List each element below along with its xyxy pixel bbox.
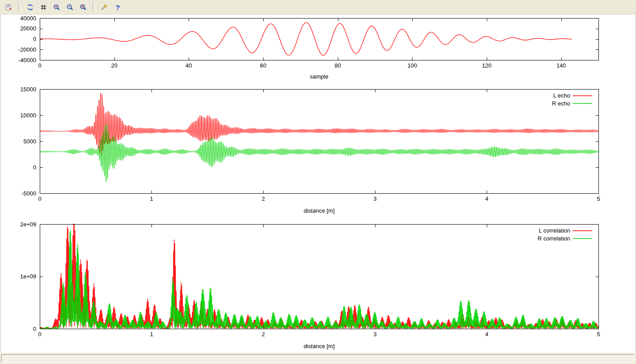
x-tick-label: 5 xyxy=(597,331,600,338)
grid-icon xyxy=(40,4,47,11)
toolbar-separator xyxy=(93,2,95,12)
y-tick-label: -40000 xyxy=(19,57,36,64)
y-tick-label: 2e+09 xyxy=(20,221,36,228)
refresh-icon xyxy=(26,4,34,11)
y-tick-label: 10000 xyxy=(20,112,36,119)
statusbar-text xyxy=(1,354,635,363)
chart-2: 012345-5000050001000015000distance [m]L … xyxy=(20,86,600,214)
grid-button[interactable] xyxy=(37,1,49,13)
gnuplot-window: ? 020406080100120140-40000-2000002000040… xyxy=(0,0,636,364)
chart-3-xlabel: distance [m] xyxy=(303,343,334,349)
x-tick-label: 60 xyxy=(260,62,266,69)
series-chirp-pulse xyxy=(40,23,572,55)
x-tick-label: 0 xyxy=(38,62,41,69)
export-button[interactable] xyxy=(3,1,15,13)
y-tick-label: -20000 xyxy=(19,46,36,53)
legend-label: R correlation xyxy=(538,235,570,242)
wrench-icon xyxy=(101,4,108,11)
x-tick-label: 3 xyxy=(373,195,376,202)
x-tick-label: 20 xyxy=(111,62,117,69)
x-tick-label: 40 xyxy=(186,62,192,69)
x-tick-label: 5 xyxy=(597,195,600,202)
y-tick-label: 0 xyxy=(33,164,36,171)
y-tick-label: 40000 xyxy=(20,15,36,22)
y-tick-label: 0 xyxy=(33,326,36,332)
chart-3-labels: 01234501e+092e+09distance [m]L correlati… xyxy=(20,221,600,350)
statusbar xyxy=(0,353,636,364)
legend-label: R echo xyxy=(552,100,570,107)
series-r-correlation xyxy=(40,230,598,329)
chart-2-axes xyxy=(40,90,599,194)
chart-2-series xyxy=(40,93,598,182)
chart-3-axes xyxy=(40,225,599,329)
toolbar: ? xyxy=(0,0,636,15)
x-tick-label: 80 xyxy=(334,62,341,69)
y-tick-label: 0 xyxy=(33,36,36,42)
x-tick-label: 100 xyxy=(407,62,417,69)
zoom-reset-icon xyxy=(80,4,87,11)
x-tick-label: 0 xyxy=(38,195,41,202)
chart-3-series xyxy=(40,216,598,329)
plot-canvas[interactable]: 020406080100120140-40000-200000200004000… xyxy=(0,0,636,364)
x-tick-label: 1 xyxy=(150,331,153,338)
chart-1: 020406080100120140-40000-200000200004000… xyxy=(19,15,599,80)
export-clipboard-icon xyxy=(5,4,13,11)
x-tick-label: 2 xyxy=(261,195,265,202)
x-tick-label: 4 xyxy=(485,331,488,338)
x-tick-label: 4 xyxy=(485,195,488,202)
zoom-region-icon xyxy=(53,4,61,11)
zoom-region-button[interactable] xyxy=(50,1,63,13)
toolbar-separator xyxy=(19,2,20,12)
x-tick-label: 1 xyxy=(150,195,153,202)
y-tick-label: 1e+09 xyxy=(20,273,36,280)
chart-2-xlabel: distance [m] xyxy=(303,207,334,214)
replot-button[interactable] xyxy=(24,1,36,13)
zoom-reset-button[interactable] xyxy=(77,1,89,13)
y-tick-label: -5000 xyxy=(22,190,36,197)
chart-3: 01234501e+092e+09distance [m]L correlati… xyxy=(20,216,600,349)
x-tick-label: 2 xyxy=(261,331,265,338)
y-tick-label: 5000 xyxy=(23,138,36,145)
x-tick-label: 120 xyxy=(482,62,492,69)
x-tick-label: 0 xyxy=(38,331,41,338)
legend-label: L echo xyxy=(553,92,570,99)
svg-text:?: ? xyxy=(115,4,119,11)
chart-1-xlabel: sample xyxy=(310,73,329,80)
configure-button[interactable] xyxy=(98,1,110,13)
help-icon: ? xyxy=(114,4,121,11)
zoom-previous-icon xyxy=(66,4,74,11)
chart-1-axes xyxy=(40,19,599,60)
zoom-previous-button[interactable] xyxy=(64,1,76,13)
series-l-echo xyxy=(40,93,598,156)
help-button[interactable]: ? xyxy=(111,1,124,13)
series-l-correlation xyxy=(40,216,598,329)
y-tick-label: 20000 xyxy=(20,25,36,32)
y-tick-label: 15000 xyxy=(20,86,36,93)
chart-1-series xyxy=(40,23,572,55)
x-tick-label: 140 xyxy=(556,62,566,69)
chart-1-labels: 020406080100120140-40000-200000200004000… xyxy=(19,15,566,80)
x-tick-label: 3 xyxy=(373,331,376,338)
legend-label: L correlation xyxy=(539,227,570,234)
